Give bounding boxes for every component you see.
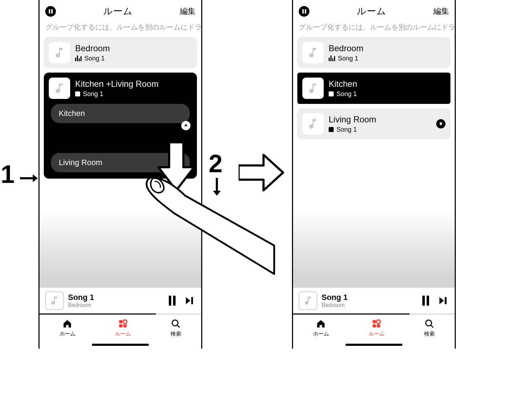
tab-label: 検索 — [171, 331, 181, 337]
svg-rect-7 — [445, 297, 447, 304]
np-title: Song 1 — [322, 293, 418, 302]
pause-button[interactable] — [422, 296, 429, 306]
room-card-bedroom[interactable]: Bedroom Song 1 — [297, 37, 450, 68]
tab-home[interactable]: ホーム — [313, 318, 329, 337]
instruction-text: グループ化するには、ルームを別のルームにドラ — [293, 20, 455, 37]
np-subtitle: Bedroom — [322, 302, 418, 308]
tab-label: ルーム — [369, 331, 385, 337]
pause-icon[interactable] — [45, 6, 56, 17]
tab-search[interactable]: 検索 — [171, 318, 181, 337]
room-card-bedroom[interactable]: Bedroom Song 1 — [44, 37, 197, 68]
tab-label: ホーム — [313, 331, 329, 337]
edit-button[interactable]: 編集 — [180, 6, 195, 17]
home-indicator — [92, 344, 149, 346]
equalizer-icon — [329, 56, 335, 61]
home-icon — [316, 318, 326, 329]
svg-line-6 — [177, 325, 180, 328]
now-playing-bar[interactable]: Song 1 Bedroom — [293, 287, 455, 313]
tab-label: ルーム — [115, 331, 131, 337]
drag-arrow-down-icon — [157, 142, 196, 192]
group-badge-icon — [181, 121, 191, 130]
header: ルーム 編集 — [293, 0, 455, 20]
home-icon — [62, 318, 72, 329]
svg-point-12 — [426, 320, 432, 326]
tab-bar: ホーム ルーム 検索 — [293, 315, 455, 340]
room-name: Bedroom — [329, 43, 363, 53]
album-art-icon — [302, 42, 324, 63]
search-icon — [424, 318, 434, 329]
tab-label: ホーム — [59, 331, 75, 337]
song-name: Song 1 — [337, 126, 357, 133]
svg-marker-17 — [213, 191, 221, 196]
page-title: ルーム — [357, 5, 386, 17]
stop-icon — [329, 91, 334, 96]
stop-icon — [329, 127, 334, 132]
phone-screen-after: ルーム 編集 グループ化するには、ルームを別のルームにドラ Bedroom So… — [292, 0, 456, 349]
room-name: Bedroom — [75, 43, 110, 53]
room-list: Bedroom Song 1 Kitchen — [293, 37, 455, 287]
annotation-step-1: 1 — [1, 160, 15, 189]
np-title: Song 1 — [68, 293, 165, 302]
svg-rect-10 — [373, 324, 376, 327]
stop-icon — [75, 91, 80, 96]
song-name: Song 1 — [338, 55, 358, 62]
song-name: Song 1 — [84, 55, 105, 62]
search-icon — [171, 318, 181, 329]
album-art-icon — [299, 291, 317, 310]
svg-marker-15 — [33, 174, 38, 182]
album-art-icon — [49, 42, 70, 63]
arrow-down-icon — [212, 178, 222, 196]
room-name: Kitchen — [329, 79, 357, 89]
song-name: Song 1 — [337, 90, 357, 98]
pause-icon[interactable] — [299, 6, 309, 17]
room-card-living[interactable]: Living Room Song 1 — [297, 108, 450, 139]
svg-rect-0 — [191, 297, 193, 304]
next-button[interactable] — [437, 295, 449, 306]
svg-rect-2 — [124, 320, 127, 323]
svg-line-13 — [431, 325, 433, 328]
header: ルーム 編集 — [40, 0, 201, 20]
svg-rect-4 — [124, 324, 127, 327]
room-name: Kitchen +Living Room — [75, 79, 192, 89]
now-playing-bar[interactable]: Song 1 Bedroom — [40, 287, 201, 313]
gradient-fade — [40, 209, 201, 287]
svg-rect-3 — [119, 324, 122, 327]
svg-rect-1 — [119, 320, 122, 323]
rooms-icon — [118, 318, 128, 329]
tab-home[interactable]: ホーム — [59, 318, 75, 337]
song-name: Song 1 — [83, 90, 103, 98]
svg-rect-11 — [377, 324, 380, 327]
page-title: ルーム — [103, 5, 133, 17]
svg-point-5 — [172, 320, 178, 326]
gradient-fade — [293, 209, 455, 287]
room-card-kitchen[interactable]: Kitchen Song 1 — [297, 73, 450, 104]
tab-rooms[interactable]: ルーム — [115, 318, 131, 337]
annotation-step-2: 2 — [209, 149, 223, 178]
svg-rect-9 — [377, 320, 380, 323]
arrow-right-icon — [20, 173, 38, 184]
home-indicator — [345, 344, 402, 346]
album-art-icon — [45, 291, 64, 310]
pause-button[interactable] — [169, 296, 176, 306]
album-art-icon — [302, 113, 324, 134]
equalizer-icon — [75, 56, 82, 61]
instruction-text: グループ化するには、ルームを別のルームにドラ — [40, 20, 201, 37]
edit-button[interactable]: 編集 — [433, 6, 449, 17]
next-button[interactable] — [183, 295, 195, 306]
pin-icon — [436, 119, 445, 128]
sub-room-kitchen[interactable]: Kitchen — [51, 104, 190, 123]
tab-bar: ホーム ルーム 検索 — [40, 315, 201, 340]
transition-arrow-right-icon — [239, 153, 285, 192]
np-subtitle: Bedroom — [68, 302, 165, 308]
room-name: Living Room — [329, 115, 431, 125]
svg-rect-8 — [373, 320, 376, 323]
rooms-icon — [371, 318, 381, 329]
album-art-icon — [49, 78, 70, 99]
tab-rooms[interactable]: ルーム — [369, 318, 385, 337]
album-art-icon — [302, 78, 324, 99]
tab-label: 検索 — [424, 331, 435, 337]
tab-search[interactable]: 検索 — [424, 318, 435, 337]
